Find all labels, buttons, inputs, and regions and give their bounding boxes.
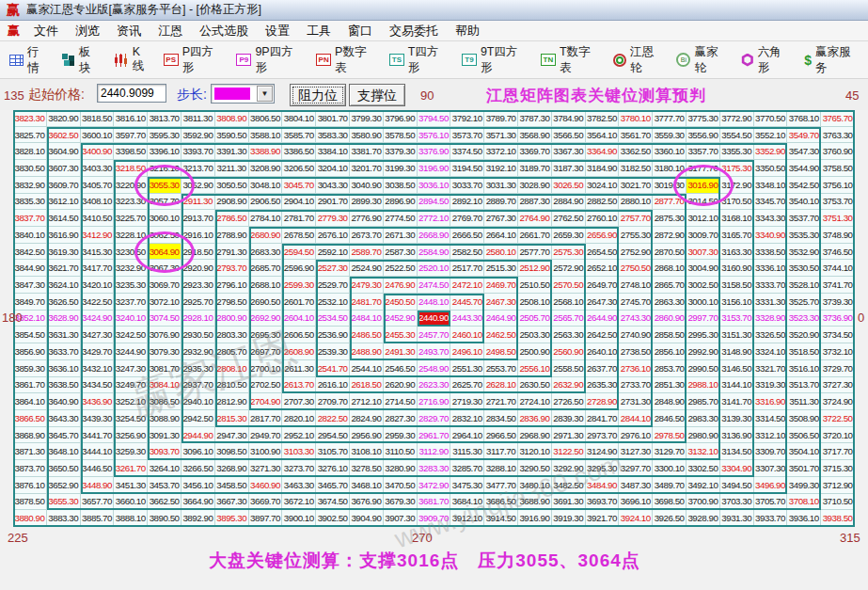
grid-cell: 2697.70 [249,343,283,360]
grid-cell: 2548.90 [418,360,451,377]
grid-cell: 2808.10 [215,360,249,377]
grid-cell: 2824.90 [350,410,384,427]
grid-cell: 2990.50 [687,360,720,377]
grid-cell: 3456.10 [181,477,215,494]
grid-cell: 2995.30 [687,327,720,343]
grid-cell: 3638.50 [47,377,81,394]
grid-cell: 3729.70 [821,360,855,377]
grid-cell: 3844.90 [13,260,47,277]
grid-cell: 2911.30 [181,194,215,211]
menu-item[interactable]: 江恩 [150,21,191,40]
app-window: 赢 赢家江恩专业版[赢家服务平台] - [价格正方形] 赢 文件浏览资讯江恩公式… [0,0,868,590]
grid-cell: 3196.90 [418,160,451,177]
grid-cell: 3621.70 [47,260,81,277]
grid-cell: 3408.10 [81,194,115,211]
menu-item[interactable]: 浏览 [67,21,108,40]
toolbar-button[interactable]: PNP数字表 [310,46,384,74]
grid-cell: 2853.70 [653,360,687,377]
grid-cell: 2820.10 [282,410,316,427]
grid-cell: 2668.90 [418,227,451,244]
grid-cell: 3520.90 [787,327,821,343]
grid-cell: 3698.50 [653,494,687,511]
grid-cell: 3597.70 [114,127,148,144]
grid-cell: 2875.30 [653,210,687,227]
grid-cell: 3688.90 [518,494,552,511]
grid-cell: 3336.10 [754,260,788,277]
menu-item[interactable]: 交易委托 [381,21,447,40]
grid-cell: 3669.70 [249,494,283,511]
grid-cell: 2654.50 [586,244,620,261]
grid-cell: 3160.90 [720,260,754,277]
grid-cell: 3172.90 [720,177,754,194]
grid-cell: 2575.30 [552,244,586,261]
grid-cell: 3888.10 [114,510,148,527]
grid-cell: 3396.10 [148,143,181,160]
grid-cell: 3892.90 [181,510,215,527]
menu-item[interactable]: 设置 [257,21,298,40]
grid-cell: 3883.30 [47,510,81,527]
start-price-input[interactable] [97,84,166,103]
grid-cell: 3376.90 [418,143,451,160]
grid-cell: 3348.10 [754,177,788,194]
toolbar-button[interactable]: TST四方形 [384,46,456,74]
grid-cell: 3460.90 [249,477,283,494]
grid-cell: 2781.70 [282,210,316,227]
menu-item[interactable]: 帮助 [447,21,488,40]
grid-cell: 3864.10 [13,393,47,410]
grid-cell: 2822.50 [316,410,350,427]
grid-cell: 3415.30 [81,244,115,261]
menu-item[interactable]: 工具 [298,21,339,40]
grid-cell: 3141.70 [720,393,754,410]
grid-cell: 2997.70 [687,311,720,327]
grid-cell: 3902.50 [316,510,350,527]
grid-cell: 3324.10 [754,343,788,360]
grid-cell: 2827.30 [384,410,418,427]
toolbar-button[interactable]: Bi赢家轮 [671,46,734,74]
grid-cell: 3420.10 [81,277,115,294]
toolbar-button[interactable]: K线 [108,46,158,74]
grid-cell: 2791.30 [215,244,249,261]
menu-item[interactable]: 窗口 [339,21,381,40]
grid-cell: 3120.10 [518,443,552,460]
support-button[interactable]: 支撑位 [349,84,405,106]
menu-item[interactable]: 公式选股 [191,21,257,40]
chevron-down-icon[interactable]: ▼ [257,86,273,102]
step-color-select[interactable]: ▼ [211,84,275,104]
grid-cell: 3254.50 [114,410,148,427]
grid-cell: 3093.70 [148,443,181,460]
toolbar-button[interactable]: TNT数字表 [535,46,608,74]
toolbar-button[interactable]: P99P四方形 [230,46,310,74]
toolbar-button[interactable]: 板块 [56,46,108,74]
grid-cell: 2568.10 [552,294,586,311]
grid-cell: 3537.70 [787,210,821,227]
grid-cell: 2894.50 [418,194,451,211]
toolbar-button[interactable]: 行情 [4,46,56,74]
toolbar-button[interactable]: $赢家服务 [798,46,868,74]
grid-cell: 2925.70 [181,294,215,311]
grid-cell: 3595.30 [148,127,181,144]
toolbar-button[interactable]: PSP四方形 [158,46,231,74]
toolbar-button[interactable]: T99T四方形 [456,46,535,74]
grid-cell: 3362.50 [619,143,653,160]
grid-cell: 2983.30 [687,410,720,427]
menu-item[interactable]: 文件 [25,21,67,40]
resistance-button[interactable]: 阻力位 [290,84,346,106]
grid-cell: 3285.70 [450,460,484,477]
grid-cell: 3818.50 [81,110,115,127]
grid-cell: 3477.70 [484,477,518,494]
menu-item[interactable]: 资讯 [108,21,150,40]
grid-cell: 3487.30 [619,477,653,494]
grid-cell: 3508.90 [787,410,821,427]
grid-cell: 3808.90 [215,110,249,127]
grid-cell: 2599.30 [282,277,316,294]
grid-cell: 3134.50 [720,443,754,460]
toolbar-button[interactable]: 江恩轮 [608,46,671,74]
grid-cell: 2534.50 [316,311,350,327]
grid-cell: 3302.50 [687,460,720,477]
grid-cell: 2848.90 [653,393,687,410]
grid-cell: 2553.70 [484,360,518,377]
toolbar-button[interactable]: 六角形 [735,46,798,74]
grid-cell: 3026.50 [552,177,586,194]
grid-cell: 2673.70 [350,227,384,244]
grid-cell: 3590.50 [215,127,249,144]
